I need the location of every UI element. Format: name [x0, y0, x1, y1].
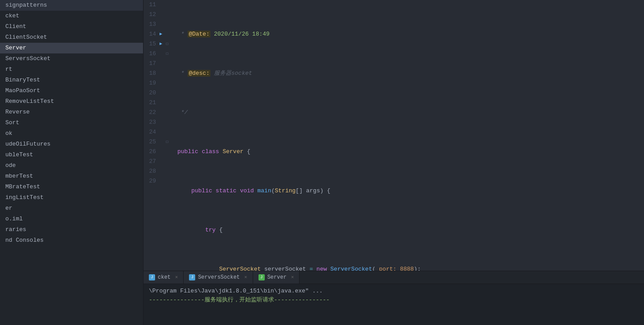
sidebar-item-raries[interactable]: raries — [0, 224, 143, 235]
console-output: \Program Files\Java\jdk1.8.0_151\bin\jav… — [144, 284, 644, 307]
tab-icon-serverssocket: J — [189, 274, 195, 280]
sidebar-item-binarytest[interactable]: BinaryTest — [0, 75, 143, 85]
console-line-output: ----------------服务端执行，开始监听请求------------… — [149, 296, 639, 305]
sidebar-item-oiml[interactable]: o.iml — [0, 214, 143, 224]
sidebar-item-ok[interactable]: ok — [0, 128, 143, 139]
bottom-tab-cket-label: cket — [158, 274, 171, 280]
sidebar-item-er[interactable]: er — [0, 203, 143, 214]
code-line-15: public static void main(String[] args) { — [177, 186, 640, 196]
bottom-tab-serverssocket[interactable]: J ServersSocket × — [184, 271, 253, 284]
bottom-tab-cket-close[interactable]: × — [175, 275, 178, 280]
sidebar-item-serverssocket[interactable]: ServersSocket — [0, 53, 143, 64]
bottom-tab-serverssocket-label: ServersSocket — [198, 274, 240, 280]
tab-icon-server: J — [258, 274, 265, 280]
sidebar-item-removelisttest[interactable]: RemoveListTest — [0, 96, 143, 107]
line-numbers: 11 12 13 14▶ 15▶◻ 16◻ 17 18 19 20 21 22 … — [144, 0, 174, 271]
bottom-tab-server-close[interactable]: × — [291, 275, 294, 280]
bottom-tabs: J cket × J ServersSocket × J Server × — [144, 271, 644, 284]
bottom-tab-server-label: Server — [267, 274, 287, 280]
sidebar-item-sort[interactable]: Sort — [0, 118, 143, 128]
code-line-16: try { — [177, 225, 640, 235]
code-line-11: * @Date: 2020/11/26 18:49 — [177, 29, 640, 39]
bottom-tab-cket[interactable]: J cket × — [144, 271, 184, 284]
sidebar-item-maopaosort[interactable]: MaoPaoSort — [0, 85, 143, 96]
console-empty-area — [144, 307, 644, 325]
code-line-14: public class Server { — [177, 147, 640, 157]
sidebar-item-server[interactable]: Server — [0, 43, 143, 53]
sidebar-item-rt[interactable]: rt — [0, 64, 143, 75]
console-line-cmd: \Program Files\Java\jdk1.8.0_151\bin\jav… — [149, 287, 639, 296]
bottom-tab-serverssocket-close[interactable]: × — [244, 275, 247, 280]
sidebar-item-mbertest[interactable]: mberTest — [0, 171, 143, 182]
sidebar-item-mbratetest[interactable]: MBrateTest — [0, 182, 143, 192]
sidebar: signpatterns cket Client ClientSocket Se… — [0, 0, 144, 325]
sidebar-item-ubletest[interactable]: ubleTest — [0, 150, 143, 160]
bottom-panel: J cket × J ServersSocket × J Server × \P… — [144, 271, 644, 325]
code-line-17: ServerSocket serverSocket = new ServerSo… — [177, 264, 640, 271]
sidebar-item-ndconsoles[interactable]: nd Consoles — [0, 235, 143, 246]
bottom-tab-server[interactable]: J Server × — [253, 271, 300, 284]
code-line-12: * @desc: 服务器socket — [177, 69, 640, 78]
sidebar-item-inglisttest[interactable]: ingListTest — [0, 192, 143, 203]
code-content[interactable]: 11 12 13 14▶ 15▶◻ 16◻ 17 18 19 20 21 22 … — [144, 0, 644, 271]
sidebar-item-clientsocket[interactable]: ClientSocket — [0, 32, 143, 43]
tab-icon-cket: J — [149, 274, 155, 280]
sidebar-item-client[interactable]: Client — [0, 21, 143, 32]
sidebar-item-signpatterns[interactable]: signpatterns — [0, 0, 143, 11]
code-lines[interactable]: * @Date: 2020/11/26 18:49 * @desc: 服务器so… — [174, 0, 644, 271]
main-area: signpatterns cket Client ClientSocket Se… — [0, 0, 644, 325]
sidebar-item-reverse[interactable]: Reverse — [0, 107, 143, 118]
sidebar-item-cket[interactable]: cket — [0, 11, 143, 21]
code-line-13: */ — [177, 108, 640, 118]
editor-area: 11 12 13 14▶ 15▶◻ 16◻ 17 18 19 20 21 22 … — [144, 0, 644, 325]
sidebar-item-ode[interactable]: ode — [0, 160, 143, 171]
sidebar-item-udeoilfutures[interactable]: udeOilFutures — [0, 139, 143, 150]
